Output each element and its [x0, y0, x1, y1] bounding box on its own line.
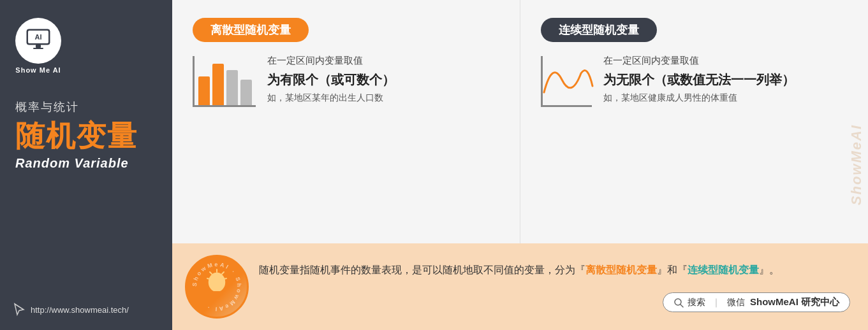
discrete-card-body: 在一定区间内变量取值 为有限个（或可数个） 如，某地区某年的出生人口数: [193, 54, 395, 107]
svg-line-11: [222, 272, 224, 274]
svg-rect-8: [213, 294, 221, 296]
discrete-line2: 为有限个（或可数个）: [267, 71, 395, 89]
svg-rect-4: [33, 48, 43, 49]
discrete-chart: [193, 56, 256, 107]
highlight-continuous: 连续型随机变量: [688, 264, 759, 275]
divider: ｜: [712, 297, 721, 308]
discrete-badge: 离散型随机变量: [193, 18, 309, 42]
website-link[interactable]: http://www.showmeai.tech/: [31, 305, 129, 315]
bottom-main-text: 随机变量指随机事件的数量表现，是可以随机地取不同值的变量，分为『离散型随机变量』…: [259, 261, 850, 278]
search-icon: [673, 298, 684, 308]
bottom-section: ShowMeAI · ShowMeAI ·: [172, 243, 868, 330]
desc-prefix: 随机变量指随机事件的数量表现，是可以随机地取不同值的变量，分为『: [259, 264, 585, 275]
bar-2: [212, 64, 224, 105]
svg-line-16: [680, 305, 683, 307]
continuous-chart: [541, 56, 592, 107]
cursor-icon: [11, 302, 27, 317]
svg-line-13: [224, 278, 226, 279]
svg-line-12: [210, 272, 212, 274]
continuous-card-body: 在一定区间内变量取值 为无限个（或数值无法一一列举） 如，某地区健康成人男性的体…: [541, 54, 795, 107]
svg-line-14: [207, 278, 210, 279]
logo-icon: AI: [24, 25, 52, 56]
continuous-badge: 连续型随机变量: [541, 18, 657, 42]
en-title-text: Random Variable: [15, 156, 129, 171]
svg-rect-9: [214, 296, 220, 298]
svg-point-6: [208, 272, 226, 292]
discrete-line1: 在一定区间内变量取值: [267, 54, 395, 68]
search-text: 搜索: [688, 297, 705, 308]
bar-3: [226, 70, 238, 105]
sidebar: AI Show Me AI 概率与统计 随机变量 Random Variable…: [0, 0, 172, 330]
discrete-line3: 如，某地区某年的出生人口数: [267, 91, 395, 104]
continuous-line1: 在一定区间内变量取值: [603, 54, 795, 68]
main-title-text: 随机变量: [15, 120, 138, 152]
continuous-card: 连续型随机变量 在一定区间内变量取值 为无限个（或数值无法一一列举: [520, 0, 868, 243]
logo-text: Show Me AI: [15, 66, 61, 74]
svg-text:AI: AI: [35, 33, 42, 41]
main-container: AI Show Me AI 概率与统计 随机变量 Random Variable…: [0, 0, 868, 330]
continuous-line2: 为无限个（或数值无法一一列举）: [603, 71, 795, 89]
discrete-card: 离散型随机变量 在一定区间内变量取值 为有限个（或可数个）: [172, 0, 520, 243]
highlight-discrete: 离散型随机变量: [585, 264, 657, 275]
svg-rect-3: [36, 45, 41, 48]
bulb-circle: ShowMeAI · ShowMeAI ·: [185, 255, 249, 319]
content-area: ShowMeAI 离散型随机变量: [172, 0, 868, 330]
bar-chart: [193, 56, 256, 107]
logo-area: AI Show Me AI: [15, 18, 61, 74]
continuous-line3: 如，某地区健康成人男性的体重值: [603, 91, 795, 104]
continuous-text: 在一定区间内变量取值 为无限个（或数值无法一一列举） 如，某地区健康成人男性的体…: [603, 54, 795, 104]
subtitle-text: 概率与统计: [15, 99, 79, 115]
brand-text: ShowMeAI 研究中心: [750, 296, 839, 308]
bar-4: [240, 80, 252, 105]
logo-circle: AI: [15, 18, 61, 64]
suffix: 』。: [759, 264, 779, 275]
middle-text: 』和『: [657, 264, 688, 275]
wechat-text: 微信: [727, 297, 745, 308]
discrete-text: 在一定区间内变量取值 为有限个（或可数个） 如，某地区某年的出生人口数: [267, 54, 395, 104]
search-badge[interactable]: 搜索 ｜ 微信 ShowMeAI 研究中心: [663, 292, 850, 312]
website-row[interactable]: http://www.showmeai.tech/: [11, 302, 129, 317]
bar-1: [198, 76, 210, 105]
svg-rect-7: [212, 291, 221, 294]
wave-chart: [541, 56, 592, 107]
bottom-text-area: 随机变量指随机事件的数量表现，是可以随机地取不同值的变量，分为『离散型随机变量』…: [259, 261, 850, 312]
cards-row: 离散型随机变量 在一定区间内变量取值 为有限个（或可数个）: [172, 0, 868, 243]
